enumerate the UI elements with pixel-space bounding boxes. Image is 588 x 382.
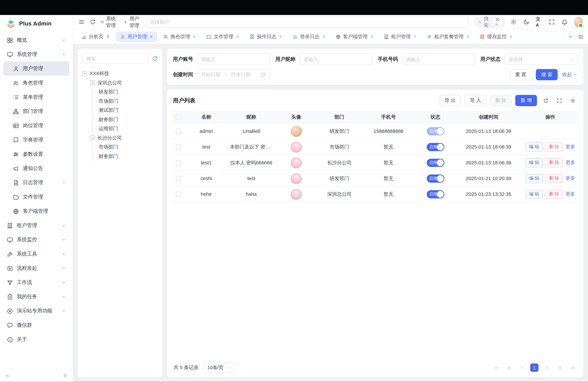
edit-button[interactable]: 编 辑 [525, 142, 543, 151]
edit-button[interactable]: 编 辑 [525, 174, 543, 183]
table-fullscreen-button[interactable] [554, 96, 564, 106]
created-daterange[interactable]: 开始日期 结束日期 [197, 69, 270, 80]
row-checkbox[interactable] [176, 160, 181, 166]
row-delete-button[interactable]: 删 除 [546, 142, 563, 151]
tab[interactable]: 租户管理 [380, 31, 421, 42]
sidebar-item[interactable]: 部门管理 [3, 104, 69, 118]
column-settings-button[interactable] [568, 96, 578, 106]
tree-search-input[interactable] [82, 53, 148, 64]
pagination-next-jump[interactable] [556, 363, 564, 372]
tree-node[interactable]: 测试部门 [82, 106, 158, 115]
close-tab-icon[interactable] [509, 35, 513, 39]
status-select[interactable] [504, 54, 577, 65]
close-tab-icon[interactable] [192, 35, 196, 39]
close-tab-icon[interactable] [466, 35, 470, 39]
select-all-checkbox[interactable] [176, 115, 181, 120]
status-toggle[interactable]: 启用 [427, 174, 444, 183]
tab[interactable]: 缓存监控 [476, 31, 517, 42]
sidebar-item[interactable]: 岗位管理 [3, 119, 69, 133]
tree-node[interactable]: 运维部门 [82, 124, 158, 133]
sidebar-item[interactable]: 字典管理 [3, 133, 69, 147]
close-tab-icon[interactable] [322, 35, 326, 39]
refresh-page-icon[interactable] [90, 19, 96, 25]
translate-icon[interactable]: 文A [536, 16, 542, 28]
tree-node[interactable]: XXX科技 [82, 69, 158, 78]
import-button[interactable]: 导 入 [465, 95, 486, 106]
sidebar-item[interactable]: 工作流 [3, 275, 69, 290]
pin-icon[interactable] [106, 34, 110, 39]
status-toggle[interactable]: 启用 [427, 158, 444, 167]
breadcrumb-item[interactable]: 系统管理 [101, 15, 122, 29]
close-tab-icon[interactable] [235, 35, 240, 39]
tree-collapse-icon[interactable] [90, 80, 95, 85]
tab[interactable]: 分析页 [78, 31, 114, 42]
tab[interactable]: 操作日志 [246, 31, 287, 42]
collapse-filter-link[interactable]: 收起 [562, 71, 578, 78]
row-checkbox[interactable] [176, 192, 181, 197]
status-toggle[interactable]: 启用 [427, 190, 444, 198]
tab[interactable]: 登录日志 [289, 31, 330, 42]
sidebar-item[interactable]: 参数设置 [3, 147, 69, 161]
fullscreen-icon[interactable] [549, 19, 555, 25]
tab[interactable]: 用户管理 [116, 31, 157, 42]
more-link[interactable]: 更多 [566, 144, 575, 150]
notifications-icon[interactable] [561, 19, 568, 25]
more-link[interactable]: 更多 [566, 159, 575, 166]
phone-input[interactable] [402, 54, 475, 65]
pagination-prev-jump[interactable] [505, 363, 513, 372]
sidebar-item[interactable]: 客户端管理 [3, 204, 69, 218]
add-button[interactable]: 新 增 [515, 95, 537, 106]
row-delete-button[interactable]: 删 除 [546, 190, 563, 199]
export-button[interactable]: 导 出 [439, 95, 461, 106]
close-tab-icon[interactable] [413, 35, 417, 39]
hamburger-menu-icon[interactable] [78, 19, 85, 25]
sidebar-item[interactable]: 文件管理 [3, 190, 69, 204]
pagination-next[interactable] [543, 363, 551, 372]
sidebar-item[interactable]: 流程发起 [3, 261, 69, 275]
sidebar-item[interactable]: 租户管理 [3, 218, 69, 233]
tree-collapse-icon[interactable] [82, 71, 87, 76]
close-tab-icon[interactable] [149, 35, 153, 39]
tree-node[interactable]: 市场部门 [82, 97, 158, 106]
sidebar-item[interactable]: 系统管理 [3, 47, 69, 62]
table-refresh-button[interactable] [541, 96, 551, 106]
tab-list-dropdown-icon[interactable] [568, 34, 573, 39]
tab[interactable]: 角色管理 [159, 31, 200, 42]
account-input[interactable] [197, 54, 270, 65]
pagination-page-1[interactable]: 1 [530, 363, 539, 372]
user-avatar[interactable] [574, 17, 583, 27]
page-size-select[interactable]: 10条/页 [204, 362, 236, 373]
tab[interactable]: 客户端管理 [332, 31, 378, 42]
tab[interactable]: 租户套餐管理 [423, 31, 474, 42]
more-link[interactable]: 更多 [566, 175, 575, 182]
status-toggle[interactable]: 启用 [427, 143, 444, 151]
row-checkbox[interactable] [176, 145, 181, 150]
tree-node[interactable]: 财务部门 [82, 152, 158, 161]
sidebar-item[interactable]: 微信群 [3, 318, 69, 332]
tree-collapse-icon[interactable] [90, 135, 95, 140]
dark-mode-icon[interactable] [523, 19, 529, 25]
sidebar-item[interactable]: 菜单管理 [3, 90, 69, 104]
row-delete-button[interactable]: 删 除 [546, 158, 563, 167]
pagination-first[interactable] [492, 363, 500, 372]
search-button[interactable]: 搜 索 [536, 69, 558, 80]
pagination-prev[interactable] [517, 363, 526, 372]
sidebar-item[interactable]: 角色管理 [3, 76, 69, 90]
status-toggle[interactable]: 启用 [427, 127, 444, 135]
tree-node[interactable]: 研发部门 [82, 87, 158, 97]
more-link[interactable]: 更多 [566, 191, 575, 197]
collapse-sidebar-icon[interactable] [5, 373, 10, 378]
edit-button[interactable]: 编 辑 [525, 158, 543, 167]
reset-button[interactable]: 重 置 [510, 69, 531, 80]
tenant-select[interactable] [146, 16, 469, 28]
pagination-last[interactable] [568, 363, 577, 372]
tab-layout-icon[interactable] [578, 34, 583, 39]
sidebar-item[interactable]: 日志管理 [3, 175, 69, 190]
tree-node[interactable]: 财务部门 [82, 115, 158, 124]
tree-refresh-icon[interactable] [152, 56, 158, 62]
nickname-input[interactable] [299, 54, 373, 65]
delete-button[interactable]: 删 除 [490, 95, 512, 106]
sidebar-item[interactable]: 关于 [3, 332, 69, 347]
settings-icon[interactable] [510, 19, 517, 25]
close-tab-icon[interactable] [279, 35, 283, 39]
